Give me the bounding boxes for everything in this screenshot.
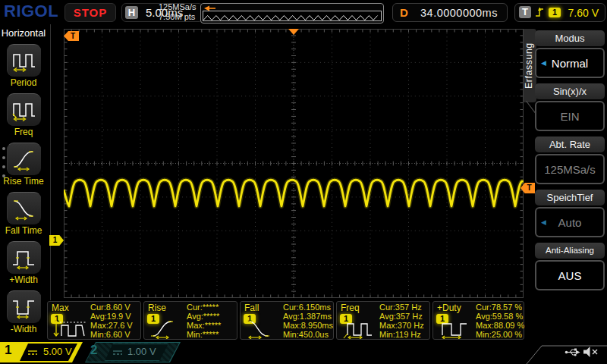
channel2-number: 2 [90, 343, 97, 358]
measurement-panel-freq: Freq 1 Cur:357 Hz Avg:357 Hz Max:370 Hz … [336, 301, 430, 340]
meas-row: Max:***** [187, 321, 221, 330]
dc-coupling-icon [27, 350, 38, 356]
waveform-graticule [64, 29, 524, 298]
meas-row: Min:119 Hz [379, 330, 424, 339]
menu-arrow-icon: ◀ [541, 209, 546, 237]
trigger-position-triangle-icon[interactable] [288, 29, 299, 35]
meas-row: Cur:***** [187, 303, 221, 312]
usb-icon [565, 347, 580, 358]
meas-row: Cur:8.60 V [90, 303, 133, 312]
meas-row: Avg:19.9 V [90, 312, 133, 321]
sample-rate: 125MSa/s [159, 2, 197, 12]
meas-row: Avg:1.387ms [283, 312, 333, 321]
preview-window [203, 11, 382, 21]
meas-row: Avg:357 Hz [379, 312, 424, 321]
fall-time-icon [11, 196, 37, 221]
memory-depth: 7.50M pts [159, 12, 197, 22]
meas-row: Cur:357 Hz [379, 303, 424, 312]
meas-row: Cur:6.150ms [283, 303, 333, 312]
measurement-panel-max: Max 1 Cur:8.60 V Avg:19.9 V Max:27.6 V M… [47, 301, 141, 340]
menu-header-abt-rate: Abt. Rate [535, 136, 605, 152]
trigger-level: 7.60 V [568, 7, 599, 19]
rise-time-icon [11, 147, 37, 171]
trigger-source-badge: 1 [549, 8, 561, 17]
vmax-icon [51, 318, 89, 339]
plus-width-icon [11, 246, 37, 270]
delay-value: 34.0000000ms [420, 7, 498, 19]
speaker-muted-icon [583, 346, 599, 358]
oscilloscope-screen: RIGOL STOP H 5.00ms 125MSa/s 7.50M pts D… [0, 0, 607, 364]
meas-row: Min:25.00 % [476, 330, 524, 339]
meas-row: Avg:***** [187, 312, 221, 321]
run-stop-status[interactable]: STOP [64, 3, 116, 22]
acquisition-info: 125MSa/s 7.50M pts [159, 2, 197, 22]
trigger-badge: T [519, 6, 531, 18]
rigol-logo: RIGOL [4, 2, 58, 21]
trigger-delay-box: D 34.0000000ms [392, 3, 508, 22]
meas-row: Max:27.6 V [90, 321, 133, 330]
menu-arrow-icon: ◀ [541, 49, 546, 77]
menu-header-modus: Modus [535, 30, 605, 46]
freq-meas-icon [340, 318, 378, 339]
dc-coupling-icon [112, 350, 123, 356]
meas-row: Max:88.09 % [476, 321, 524, 330]
menu-scroll-dot [2, 147, 5, 150]
delay-badge: D [400, 6, 408, 19]
rising-edge-icon [535, 6, 545, 18]
meas-row: Min:450.0us [283, 330, 333, 339]
menu-header-speichtief: SpeichTief [535, 190, 605, 206]
memory-waveform-preview [200, 3, 384, 24]
trigger-status-box: T 1 7.60 V [514, 3, 605, 22]
period-icon [11, 49, 37, 73]
menu-value-sinx[interactable]: EIN [535, 101, 605, 131]
channel1-ground-marker[interactable]: 1 [49, 235, 64, 246]
sidebar-divider [50, 24, 51, 300]
channel1-scale: 5.00 V [43, 346, 72, 357]
menu-value-abt-rate[interactable]: 125MSa/s [535, 154, 605, 184]
measurement-panel-rise: Rise 1 Cur:***** Avg:***** Max:***** Min… [143, 301, 237, 340]
rise-meas-icon [147, 318, 185, 339]
meas-row: Max:370 Hz [379, 321, 424, 330]
meas-row: Avg:59.58 % [476, 312, 524, 321]
menu-value-modus[interactable]: ◀ Normal [535, 48, 605, 78]
menu-value-speichtief[interactable]: ◀ Auto [535, 207, 605, 237]
menu-scroll-dot [2, 165, 5, 168]
menu-value-anti-aliasing[interactable]: AUS [535, 260, 605, 290]
menu-header-sinx: Sin(x)/x [535, 83, 605, 99]
menu-header-anti-aliasing: Anti-Aliasing [535, 243, 605, 259]
channel1-number: 1 [5, 343, 11, 358]
freq-icon [11, 98, 37, 122]
meas-row: Min:6.60 V [90, 330, 133, 339]
measurement-panel-fall: Fall 1 Cur:6.150ms Avg:1.387ms Max:8.950… [240, 301, 334, 340]
channel2-scale: 1.00 V [127, 346, 156, 357]
measurement-panel-duty: +Duty 1 Cur:78.57 % Avg:59.58 % Max:88.0… [432, 301, 524, 340]
meas-row: Min:***** [187, 330, 221, 339]
h-badge: H [125, 6, 138, 19]
duty-icon [436, 318, 474, 339]
menu-scroll-dot [2, 174, 5, 177]
menu-scroll-dot [2, 156, 5, 159]
left-menu-title: Horizontal [0, 27, 47, 39]
fall-meas-icon [244, 318, 281, 339]
meas-row: Max:8.950ms [283, 321, 333, 330]
minus-width-icon [11, 295, 37, 319]
meas-row: Cur:78.57 % [476, 303, 524, 312]
